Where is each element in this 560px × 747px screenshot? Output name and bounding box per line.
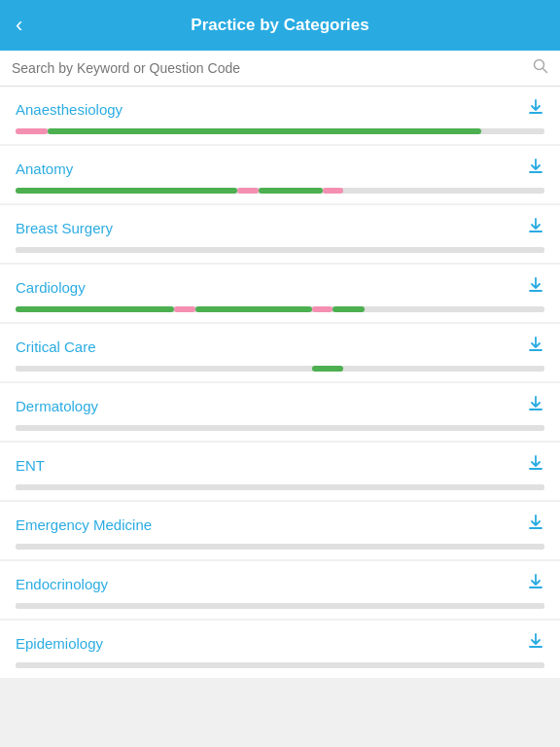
page-title: Practice by Categories xyxy=(191,16,368,35)
category-item[interactable]: ENT xyxy=(0,443,560,500)
progress-bar xyxy=(16,603,544,609)
progress-segment xyxy=(195,306,312,312)
progress-bar xyxy=(16,366,544,372)
progress-bar xyxy=(16,306,544,312)
progress-segment xyxy=(16,662,544,668)
progress-segment xyxy=(16,128,48,134)
download-icon[interactable] xyxy=(527,632,544,655)
category-name: Endocrinology xyxy=(16,576,108,592)
category-item[interactable]: Emergency Medicine xyxy=(0,502,560,559)
category-name: Cardiology xyxy=(16,279,86,296)
progress-segment xyxy=(343,366,544,372)
progress-bar xyxy=(16,484,544,490)
progress-segment xyxy=(16,544,544,550)
svg-line-1 xyxy=(543,69,547,73)
progress-segment xyxy=(16,366,312,372)
download-icon[interactable] xyxy=(527,573,544,595)
progress-segment xyxy=(16,247,544,253)
download-icon[interactable] xyxy=(527,217,544,239)
category-list: Anaesthesiology Anatomy Breast Surgery C… xyxy=(0,87,560,678)
category-item[interactable]: Epidemiology xyxy=(0,621,560,678)
progress-bar xyxy=(16,247,544,253)
category-name: Dermatology xyxy=(16,398,98,414)
search-icon xyxy=(533,58,548,78)
download-icon[interactable] xyxy=(527,158,544,180)
download-icon[interactable] xyxy=(527,454,544,477)
progress-bar xyxy=(16,128,544,134)
back-button[interactable]: ‹ xyxy=(16,9,30,42)
progress-segment xyxy=(481,128,544,134)
download-icon[interactable] xyxy=(527,98,544,121)
progress-segment xyxy=(48,128,481,134)
progress-segment xyxy=(174,306,195,312)
category-item[interactable]: Dermatology xyxy=(0,383,560,441)
progress-bar xyxy=(16,188,544,194)
progress-segment xyxy=(16,306,174,312)
category-item[interactable]: Anatomy xyxy=(0,146,560,203)
category-name: Anatomy xyxy=(16,160,73,177)
progress-segment xyxy=(312,366,344,372)
category-name: Breast Surgery xyxy=(16,220,113,236)
download-icon[interactable] xyxy=(527,276,544,299)
category-name: ENT xyxy=(16,457,45,474)
category-item[interactable]: Anaesthesiology xyxy=(0,87,560,144)
progress-segment xyxy=(365,306,544,312)
category-name: Critical Care xyxy=(16,338,96,355)
search-bar xyxy=(0,51,560,87)
progress-segment xyxy=(312,306,333,312)
progress-bar xyxy=(16,425,544,431)
progress-segment xyxy=(16,425,544,431)
progress-segment xyxy=(237,188,259,194)
category-name: Anaesthesiology xyxy=(16,101,122,118)
progress-segment xyxy=(343,188,544,194)
category-name: Epidemiology xyxy=(16,635,103,652)
progress-segment xyxy=(16,484,544,490)
progress-segment xyxy=(259,188,322,194)
category-item[interactable]: Endocrinology xyxy=(0,561,560,619)
download-icon[interactable] xyxy=(527,336,544,358)
progress-segment xyxy=(16,603,544,609)
progress-bar xyxy=(16,544,544,550)
search-input[interactable] xyxy=(12,60,533,76)
category-name: Emergency Medicine xyxy=(16,516,152,533)
category-item[interactable]: Critical Care xyxy=(0,324,560,381)
progress-segment xyxy=(332,306,365,312)
download-icon[interactable] xyxy=(527,514,544,536)
category-item[interactable]: Cardiology xyxy=(0,265,560,322)
progress-segment xyxy=(323,188,344,194)
category-item[interactable]: Breast Surgery xyxy=(0,205,560,263)
progress-bar xyxy=(16,662,544,668)
header: ‹ Practice by Categories xyxy=(0,0,560,51)
download-icon[interactable] xyxy=(527,395,544,417)
progress-segment xyxy=(16,188,237,194)
